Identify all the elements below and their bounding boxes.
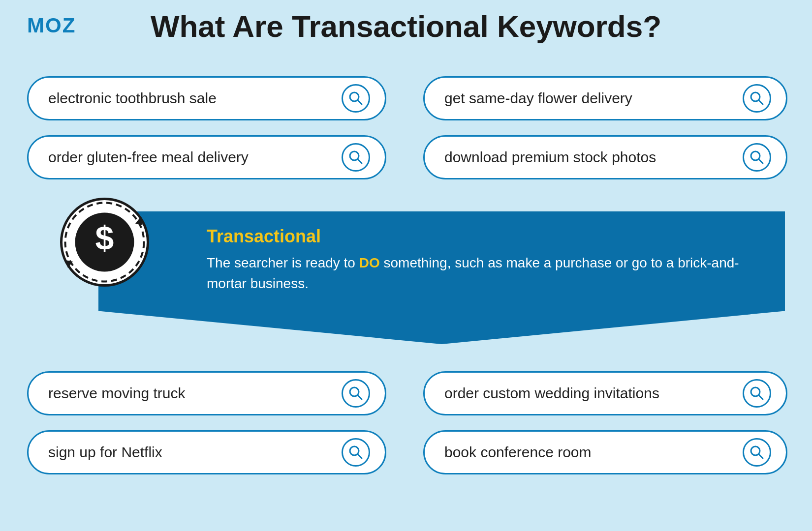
search-bar-wedding-invitations[interactable]: order custom wedding invitations <box>423 371 787 415</box>
banner-title: Transactional <box>207 226 760 247</box>
banner-desc-start: The searcher is ready to <box>207 255 359 270</box>
banner-desc-highlight: DO <box>359 255 380 270</box>
svg-line-19 <box>759 454 763 458</box>
search-icon <box>743 143 771 172</box>
page-title: What Are Transactional Keywords? <box>0 9 812 44</box>
search-bar-text: electronic toothbrush sale <box>48 90 217 107</box>
svg-line-3 <box>358 159 362 163</box>
search-bar-text: download premium stock photos <box>444 149 656 166</box>
search-bar-stock-photos[interactable]: download premium stock photos <box>423 135 787 179</box>
search-icon <box>743 84 771 113</box>
search-bar-text: order custom wedding invitations <box>444 385 659 402</box>
search-icon <box>342 379 370 408</box>
search-bar-gluten-free[interactable]: order gluten-free meal delivery <box>27 135 386 179</box>
search-bar-text: get same-day flower delivery <box>444 90 632 107</box>
search-bar-flower-delivery[interactable]: get same-day flower delivery <box>423 76 787 120</box>
search-icon <box>743 438 771 467</box>
search-bar-moving-truck[interactable]: reserve moving truck <box>27 371 386 415</box>
search-bar-conference-room[interactable]: book conference room <box>423 430 787 474</box>
dollar-transaction-icon: $ <box>59 197 150 288</box>
search-bar-text: book conference room <box>444 444 592 461</box>
svg-line-15 <box>358 454 362 458</box>
banner-description: The searcher is ready to DO something, s… <box>207 253 760 294</box>
search-icon <box>342 84 370 113</box>
search-icon <box>342 438 370 467</box>
transactional-banner: Transactional The searcher is ready to D… <box>98 211 785 344</box>
svg-line-7 <box>759 159 763 163</box>
search-bar-text: order gluten-free meal delivery <box>48 149 249 166</box>
search-bar-text: reserve moving truck <box>48 385 185 402</box>
search-bar-netflix[interactable]: sign up for Netflix <box>27 430 386 474</box>
svg-line-17 <box>759 395 763 399</box>
svg-line-5 <box>759 100 763 104</box>
search-bar-electronic-toothbrush[interactable]: electronic toothbrush sale <box>27 76 386 120</box>
svg-line-1 <box>358 100 362 104</box>
search-icon <box>743 379 771 408</box>
svg-line-13 <box>358 395 362 399</box>
svg-text:$: $ <box>95 219 114 257</box>
search-icon <box>342 143 370 172</box>
search-bar-text: sign up for Netflix <box>48 444 162 461</box>
